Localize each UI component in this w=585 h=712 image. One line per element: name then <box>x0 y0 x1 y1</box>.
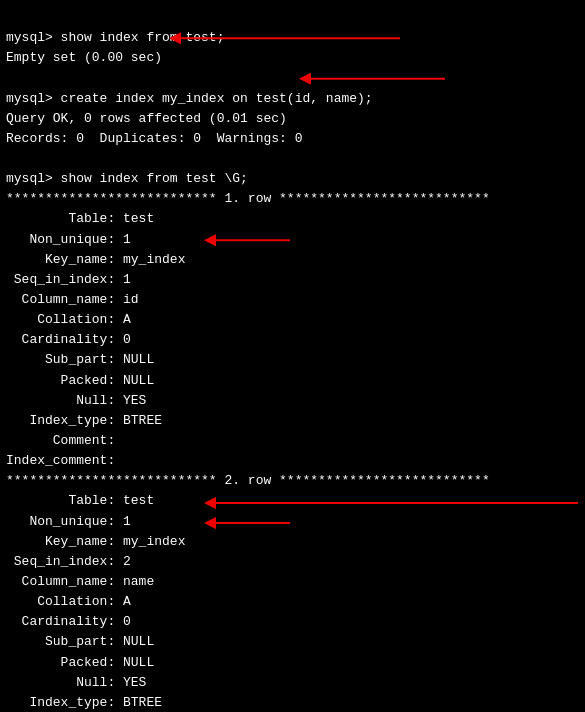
terminal-line: Query OK, 0 rows affected (0.01 sec) <box>6 109 579 129</box>
terminal-line: Column_name: id <box>6 290 579 310</box>
terminal-line <box>6 68 579 88</box>
terminal-line: Key_name: my_index <box>6 250 579 270</box>
terminal-line: Sub_part: NULL <box>6 632 579 652</box>
terminal-line: Key_name: my_index <box>6 532 579 552</box>
terminal-line: Seq_in_index: 2 <box>6 552 579 572</box>
terminal-line: Non_unique: 1 <box>6 512 579 532</box>
terminal-line: mysql> show index from test; <box>6 28 579 48</box>
terminal-line: mysql> show index from test \G; <box>6 169 579 189</box>
terminal-line: Table: test <box>6 209 579 229</box>
terminal-line: Index_comment: <box>6 451 579 471</box>
terminal-line: Comment: <box>6 431 579 451</box>
terminal-line: Sub_part: NULL <box>6 350 579 370</box>
terminal-line: *************************** 2. row *****… <box>6 471 579 491</box>
terminal-line: Seq_in_index: 1 <box>6 270 579 290</box>
terminal-line <box>6 149 579 169</box>
terminal-line: Table: test <box>6 491 579 511</box>
terminal-line: Cardinality: 0 <box>6 612 579 632</box>
terminal-line: Packed: NULL <box>6 653 579 673</box>
terminal-line: Collation: A <box>6 310 579 330</box>
terminal-output: mysql> show index from test;Empty set (0… <box>6 8 579 712</box>
terminal-line: Records: 0 Duplicates: 0 Warnings: 0 <box>6 129 579 149</box>
terminal-line: Cardinality: 0 <box>6 330 579 350</box>
terminal-line: Index_type: BTREE <box>6 411 579 431</box>
terminal-line: Index_type: BTREE <box>6 693 579 712</box>
terminal-line: mysql> create index my_index on test(id,… <box>6 89 579 109</box>
terminal-line: Empty set (0.00 sec) <box>6 48 579 68</box>
terminal-line: Collation: A <box>6 592 579 612</box>
terminal-line: Column_name: name <box>6 572 579 592</box>
terminal-line: Null: YES <box>6 391 579 411</box>
terminal-line: Null: YES <box>6 673 579 693</box>
terminal-line: Non_unique: 1 <box>6 230 579 250</box>
terminal-line: *************************** 1. row *****… <box>6 189 579 209</box>
terminal-line: Packed: NULL <box>6 371 579 391</box>
